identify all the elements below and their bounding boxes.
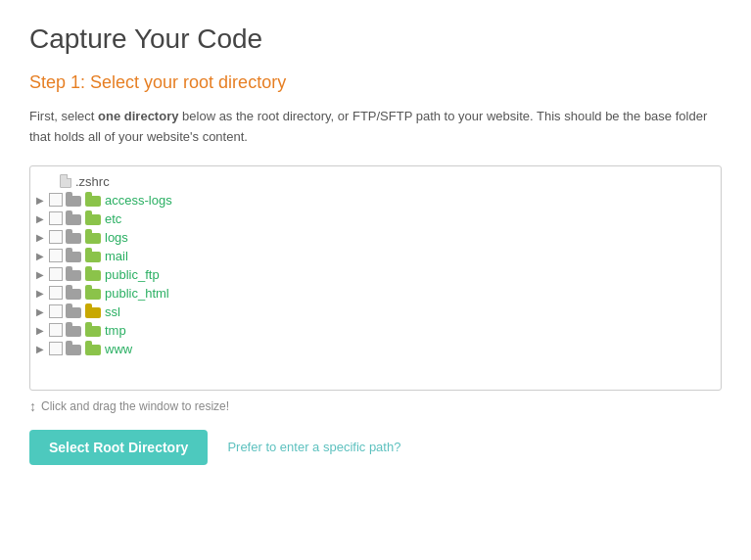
desc-before: First, select bbox=[29, 109, 98, 123]
folder-green-icon bbox=[85, 211, 101, 225]
expand-arrow[interactable]: ▶ bbox=[36, 213, 46, 224]
folder-grey-icon bbox=[66, 342, 81, 355]
action-row: Select Root Directory Prefer to enter a … bbox=[29, 430, 722, 465]
checkbox[interactable] bbox=[49, 304, 63, 318]
specific-path-link[interactable]: Prefer to enter a specific path? bbox=[227, 440, 400, 454]
expand-arrow[interactable]: ▶ bbox=[36, 232, 46, 243]
expand-arrow[interactable]: ▶ bbox=[36, 269, 46, 280]
list-item[interactable]: ▶ tmp bbox=[30, 321, 721, 340]
list-item[interactable]: ▶ etc bbox=[30, 210, 721, 228]
item-name: etc bbox=[105, 211, 121, 226]
folder-green-icon bbox=[85, 342, 101, 355]
folder-grey-icon bbox=[66, 230, 81, 244]
list-item[interactable]: ▶ mail bbox=[30, 247, 721, 265]
folder-yellow-icon bbox=[85, 304, 101, 318]
resize-hint-text: Click and drag the window to resize! bbox=[41, 399, 229, 413]
folder-green-icon bbox=[85, 193, 101, 207]
item-name: ssl bbox=[105, 304, 120, 319]
list-item[interactable]: ▶ www bbox=[30, 340, 721, 358]
expand-arrow[interactable]: ▶ bbox=[36, 251, 46, 261]
step-heading: Step 1: Select your root directory bbox=[29, 72, 722, 93]
page-title: Capture Your Code bbox=[29, 23, 722, 55]
item-name: www bbox=[105, 342, 132, 356]
item-name: mail bbox=[105, 249, 128, 263]
expand-arrow[interactable]: ▶ bbox=[36, 325, 46, 336]
step-prefix: Step 1: Select your bbox=[29, 72, 183, 92]
expand-arrow[interactable]: ▶ bbox=[36, 306, 46, 317]
folder-grey-icon bbox=[66, 211, 81, 225]
file-tree[interactable]: .zshrc ▶ access-logs ▶ etc ▶ bbox=[29, 165, 722, 391]
expand-arrow[interactable]: ▶ bbox=[36, 195, 46, 206]
item-name: .zshrc bbox=[75, 174, 110, 189]
description: First, select one directory below as the… bbox=[29, 107, 722, 148]
step-highlight: root directory bbox=[183, 72, 286, 92]
folder-grey-icon bbox=[66, 193, 81, 207]
checkbox[interactable] bbox=[49, 286, 63, 300]
folder-green-icon bbox=[85, 267, 101, 281]
folder-green-icon bbox=[85, 286, 101, 300]
folder-grey-icon bbox=[66, 286, 81, 300]
checkbox[interactable] bbox=[49, 323, 63, 337]
item-name: logs bbox=[105, 230, 128, 245]
folder-green-icon bbox=[85, 249, 101, 262]
resize-hint: ↕ Click and drag the window to resize! bbox=[29, 398, 722, 414]
list-item[interactable]: ▶ ssl bbox=[30, 303, 721, 321]
resize-arrows-icon: ↕ bbox=[29, 398, 36, 414]
list-item[interactable]: .zshrc bbox=[30, 172, 721, 191]
folder-grey-icon bbox=[66, 304, 81, 318]
expand-arrow[interactable]: ▶ bbox=[36, 288, 46, 299]
expand-arrow[interactable]: ▶ bbox=[36, 344, 46, 354]
item-name: public_html bbox=[105, 286, 169, 301]
list-item[interactable]: ▶ access-logs bbox=[30, 191, 721, 210]
checkbox[interactable] bbox=[49, 342, 63, 355]
list-item[interactable]: ▶ public_html bbox=[30, 284, 721, 303]
list-item[interactable]: ▶ public_ftp bbox=[30, 265, 721, 284]
item-name: tmp bbox=[105, 323, 126, 338]
folder-grey-icon bbox=[66, 267, 81, 281]
item-name: access-logs bbox=[105, 193, 172, 208]
folder-grey-icon bbox=[66, 249, 81, 262]
list-item[interactable]: ▶ logs bbox=[30, 228, 721, 247]
folder-green-icon bbox=[85, 323, 101, 337]
folder-green-icon bbox=[85, 230, 101, 244]
desc-bold: one directory bbox=[98, 109, 178, 123]
checkbox[interactable] bbox=[49, 267, 63, 281]
checkbox[interactable] bbox=[49, 211, 63, 225]
checkbox[interactable] bbox=[49, 230, 63, 244]
item-name: public_ftp bbox=[105, 267, 160, 282]
checkbox[interactable] bbox=[49, 249, 63, 262]
checkbox[interactable] bbox=[49, 193, 63, 207]
select-root-directory-button[interactable]: Select Root Directory bbox=[29, 430, 208, 465]
file-icon bbox=[60, 174, 71, 188]
folder-grey-icon bbox=[66, 323, 81, 337]
